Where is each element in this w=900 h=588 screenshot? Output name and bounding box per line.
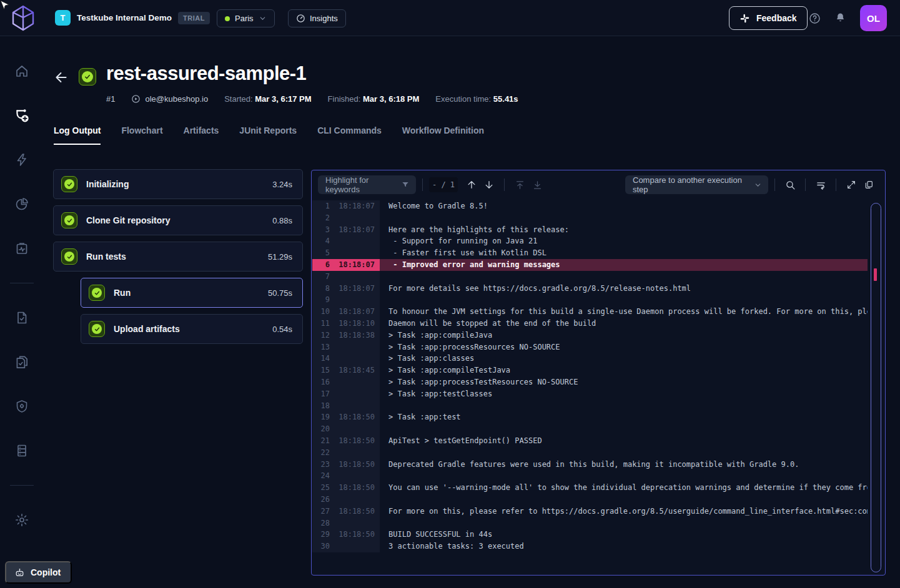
line-number: 6 <box>312 259 330 271</box>
line-timestamp <box>330 517 380 529</box>
line-timestamp <box>330 294 380 306</box>
log-line: 12 18:18:38 > Task :app:compileJava <box>312 330 868 341</box>
tab-artifacts[interactable]: Artifacts <box>184 125 219 145</box>
line-text <box>380 400 868 412</box>
line-text <box>380 494 868 506</box>
tab-junit-reports[interactable]: JUnit Reports <box>239 125 297 145</box>
step-card[interactable]: Initializing 3.24s <box>53 169 303 199</box>
line-text <box>380 212 868 224</box>
log-line: 22 <box>312 447 868 459</box>
steps-list: Initializing 3.24s Clone Git repository … <box>53 169 303 350</box>
log-line: 6 18:18:07 - Improved error and warning … <box>312 259 868 271</box>
step-duration: 0.54s <box>272 325 292 334</box>
feedback-button[interactable]: Feedback <box>729 6 808 30</box>
line-text: Welcome to Gradle 8.5! <box>380 200 868 212</box>
user-avatar[interactable]: OL <box>860 5 887 31</box>
highlight-keywords-input[interactable]: Highlight for keywords <box>318 175 416 194</box>
play-circle-icon <box>131 94 141 104</box>
sidebar-item-clipboard-pulse-icon[interactable] <box>9 236 34 261</box>
arrow-up-icon[interactable] <box>463 176 480 194</box>
execution-user: ole@kubeshop.io <box>131 94 208 104</box>
log-line: 7 <box>312 271 868 283</box>
log-line: 8 18:18:07 For more details see https://… <box>312 283 868 295</box>
line-timestamp: 18:18:38 <box>330 330 380 341</box>
sidebar-nav <box>0 36 44 588</box>
tab-cli-commands[interactable]: CLI Commands <box>317 125 382 145</box>
line-timestamp: 18:18:45 <box>330 365 380 376</box>
log-scrollbar[interactable] <box>871 203 881 572</box>
compare-step-select[interactable]: Compare to another execution step <box>625 175 768 194</box>
exec-time-label: Execution time: <box>435 94 491 104</box>
line-number: 22 <box>312 447 330 459</box>
line-timestamp <box>330 541 380 552</box>
arrow-to-bottom-icon[interactable] <box>528 176 546 194</box>
line-text: > Task :app:compileTestJava <box>380 365 868 376</box>
line-number: 23 <box>312 459 330 471</box>
execution-number: #1 <box>106 94 115 104</box>
match-counter: - / 1 <box>429 177 458 192</box>
arrow-down-icon[interactable] <box>480 176 498 194</box>
line-timestamp: 18:18:07 <box>330 224 380 236</box>
org-switcher[interactable]: T Testkube Internal Demo TRIAL <box>55 10 225 26</box>
page-title: rest-assured-sample-1 <box>106 62 306 85</box>
mouse-cursor <box>0 0 10 11</box>
search-icon[interactable] <box>781 176 799 194</box>
log-line: 2 <box>312 212 868 224</box>
wrap-text-icon[interactable] <box>812 176 829 194</box>
insights-label: Insights <box>310 14 338 23</box>
step-label: Run tests <box>86 252 268 262</box>
line-timestamp <box>330 271 380 283</box>
line-number: 20 <box>312 423 330 435</box>
log-line: 24 <box>312 470 868 482</box>
sidebar-item-home-icon[interactable] <box>9 59 34 84</box>
line-number: 12 <box>312 330 330 341</box>
step-card[interactable]: Clone Git repository 0.88s <box>53 205 303 235</box>
arrow-to-top-icon[interactable] <box>511 176 528 194</box>
step-card[interactable]: Run 50.75s <box>81 278 303 308</box>
line-timestamp: 18:18:07 <box>330 283 380 295</box>
log-line: 9 <box>312 294 868 306</box>
line-text: > Task :app:processResources NO-SOURCE <box>380 341 868 353</box>
question-icon[interactable] <box>809 12 821 24</box>
line-number: 27 <box>312 506 330 517</box>
line-text <box>380 447 868 459</box>
step-status-icon <box>61 248 77 265</box>
sidebar-item-lightning-icon[interactable] <box>9 147 34 172</box>
line-number: 5 <box>312 247 330 259</box>
sidebar-item-server-icon[interactable] <box>9 438 34 463</box>
line-text: > Task :app:testClasses <box>380 388 868 400</box>
log-line: 28 <box>312 517 868 529</box>
sidebar-item-documents-stack-icon[interactable] <box>9 350 34 375</box>
step-card[interactable]: Upload artifacts 0.54s <box>81 314 303 344</box>
environment-selector[interactable]: Paris <box>217 9 275 27</box>
line-text: ApiTest > testGetEndpoint() PASSED <box>380 435 868 447</box>
line-timestamp <box>330 235 380 247</box>
tab-log-output[interactable]: Log Output <box>54 125 101 145</box>
sidebar-item-shield-gear-icon[interactable] <box>9 394 34 419</box>
insights-button[interactable]: Insights <box>288 9 346 27</box>
copilot-label: Copilot <box>31 567 61 577</box>
sidebar-item-workflows-add-icon[interactable] <box>9 103 34 128</box>
step-label: Upload artifacts <box>114 324 272 334</box>
tab-workflow-definition[interactable]: Workflow Definition <box>402 125 484 145</box>
sidebar-item-document-check-icon[interactable] <box>9 305 34 330</box>
tab-flowchart[interactable]: Flowchart <box>121 125 162 145</box>
sidebar-item-gear-icon[interactable] <box>9 507 34 532</box>
step-duration: 51.29s <box>268 252 292 262</box>
user-email: ole@kubeshop.io <box>145 94 208 104</box>
line-text: Daemon will be stopped at the end of the… <box>380 318 868 330</box>
sidebar-item-pie-chart-icon[interactable] <box>9 192 34 217</box>
testkube-logo-icon[interactable] <box>11 4 36 32</box>
copy-icon[interactable] <box>860 176 878 194</box>
log-line: 11 18:18:10 Daemon will be stopped at th… <box>312 318 868 330</box>
log-lines[interactable]: 1 18:18:07 Welcome to Gradle 8.5! 2 3 18… <box>312 200 868 572</box>
copilot-button[interactable]: Copilot <box>5 561 72 584</box>
step-card[interactable]: Run tests 51.29s <box>53 242 303 272</box>
expand-icon[interactable] <box>843 176 860 194</box>
org-avatar: T <box>55 10 71 26</box>
bell-icon[interactable] <box>834 12 846 24</box>
top-bar: T Testkube Internal Demo TRIAL Paris Ins… <box>0 0 900 36</box>
check-icon <box>64 179 74 189</box>
line-text: > Task :app:compileJava <box>380 330 868 341</box>
back-arrow-icon[interactable] <box>53 69 69 86</box>
